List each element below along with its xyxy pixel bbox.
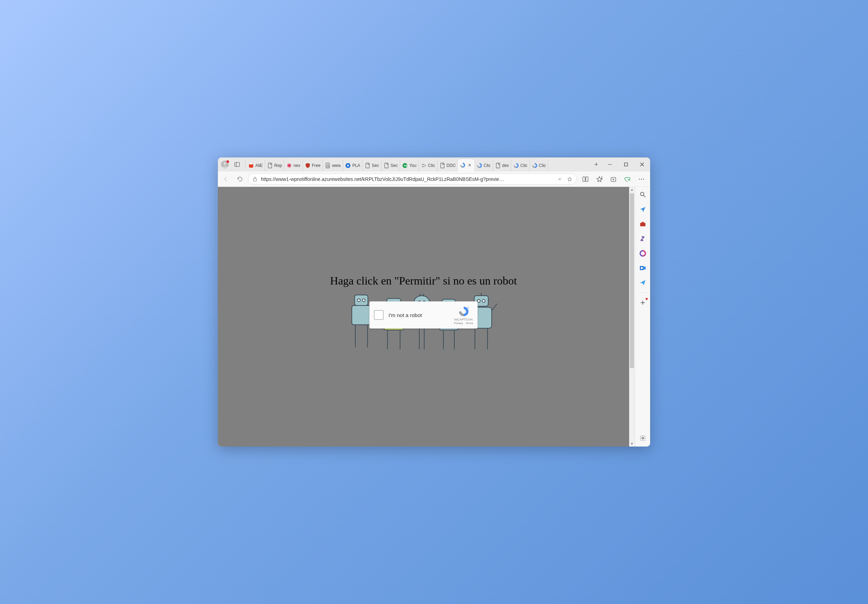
tab[interactable]: Sec [381,160,400,171]
recaptcha-logo: reCAPTCHA Privacy - Terms [454,306,473,325]
svg-rect-45 [355,295,368,306]
tab[interactable]: Rep [265,160,284,171]
split-screen-icon[interactable] [579,173,592,185]
svg-point-42 [641,179,642,180]
tab[interactable]: ✕ [458,159,474,171]
sidebar-add-button[interactable] [638,298,648,307]
svg-rect-44 [352,306,371,325]
sidebar-settings-icon[interactable] [638,433,648,443]
tab[interactable]: Clic [474,160,493,171]
tab[interactable]: PLA [343,160,363,171]
avatar-icon [221,161,229,168]
tab[interactable]: Clic [419,160,437,171]
tab-label: Rep [274,163,282,168]
performance-icon[interactable] [621,173,634,185]
maximize-button[interactable] [618,157,634,171]
tab-label: Sec [391,163,398,168]
svg-point-72 [477,300,480,302]
sidebar-games-icon[interactable] [638,234,648,244]
sidebar-send-icon[interactable] [638,278,648,288]
page-favicon-icon [495,163,501,168]
tab[interactable]: Clic [530,160,548,171]
favorites-icon[interactable] [593,173,606,185]
page-lock-favicon-icon [325,163,330,168]
favorite-star-icon[interactable] [567,176,573,182]
svg-rect-11 [327,166,329,167]
svg-rect-3 [249,164,253,168]
tab-label: Free [312,163,321,168]
tab-label: nex [293,163,300,168]
tab[interactable]: Clic [511,160,530,171]
new-tab-button[interactable]: + [591,159,602,170]
address-bar[interactable]: https://www1-wpnotiffonline.azurewebsite… [248,174,577,185]
recaptcha-brand: reCAPTCHA [454,318,473,321]
shield-favicon-icon [305,163,310,168]
scroll-up-arrow[interactable]: ▲ [629,187,635,193]
recaptcha-favicon-icon [477,163,482,168]
profile-button[interactable] [218,157,232,171]
tab[interactable]: YBYou [400,160,418,171]
tab-label: Sec [372,163,379,168]
svg-line-80 [643,196,645,197]
recaptcha-label: I'm not a robot [389,312,449,318]
tab-close-button[interactable]: ✕ [467,162,473,168]
svg-point-22 [425,165,426,166]
svg-rect-26 [625,163,628,166]
scroll-down-arrow[interactable]: ▼ [629,441,635,447]
url-text: https://www1-wpnotiffonline.azurewebsite… [261,176,555,182]
tab[interactable]: Free [303,160,323,171]
reader-mode-icon[interactable]: A⁾ [558,176,564,182]
sidebar-office-icon[interactable] [638,248,648,258]
svg-point-79 [640,192,644,196]
dots-favicon-icon [421,163,427,168]
close-window-button[interactable] [634,157,650,171]
recaptcha-terms-link[interactable]: Terms [465,321,473,325]
svg-point-18 [422,164,423,165]
svg-point-46 [357,299,360,302]
back-button[interactable] [220,173,232,185]
refresh-button[interactable] [234,173,246,185]
recaptcha-widget: I'm not a robot reCAPTCHA Privacy - Term… [369,301,478,329]
separator [245,161,245,168]
tab[interactable]: dex [493,160,511,171]
asterisk-favicon-icon [287,163,292,168]
vertical-scrollbar[interactable]: ▲ ▼ [629,187,635,447]
svg-point-43 [643,179,644,180]
svg-rect-24 [496,163,500,168]
tab[interactable]: www [323,160,343,171]
tab[interactable]: DDO [437,160,458,171]
recaptcha-checkbox[interactable] [374,310,384,320]
scroll-thumb[interactable] [630,193,634,368]
tab-actions-button[interactable] [232,159,242,170]
recaptcha-favicon-icon [532,163,538,168]
content-row: Haga click en "Permitir" si no es un rob… [218,187,650,447]
tab-label: dex [502,163,509,168]
minimize-button[interactable] [602,157,618,171]
recaptcha-links: Privacy - Terms [454,321,473,325]
recaptcha-favicon-icon [460,162,465,168]
window-controls [602,157,650,171]
page-favicon-icon [440,163,445,168]
sidebar-search-icon[interactable] [638,189,648,199]
svg-rect-1 [235,162,240,166]
tab-label: PLA [352,163,360,168]
sidebar-tools-icon[interactable] [638,219,648,229]
browser-window: AliERepnexFreewwwPLASecSecYBYouClicDDO✕C… [218,157,650,447]
tab[interactable]: Sec [363,160,381,171]
svg-point-0 [223,162,226,165]
site-identity-icon[interactable] [252,176,258,182]
sidebar-outlook-icon[interactable] [638,263,648,273]
tab-label: DDO [446,163,455,168]
edge-sidebar [635,187,650,447]
collections-icon[interactable] [607,173,620,185]
svg-rect-4 [250,163,252,165]
toolbar-right [579,173,648,185]
svg-point-19 [423,164,424,165]
menu-button[interactable] [635,173,648,185]
recaptcha-privacy-link[interactable]: Privacy [454,321,463,325]
svg-rect-33 [586,177,588,181]
tab[interactable]: AliE [246,160,265,171]
sidebar-shopping-icon[interactable] [638,204,648,214]
tab[interactable]: nex [284,160,302,171]
recaptcha-icon [458,306,470,317]
